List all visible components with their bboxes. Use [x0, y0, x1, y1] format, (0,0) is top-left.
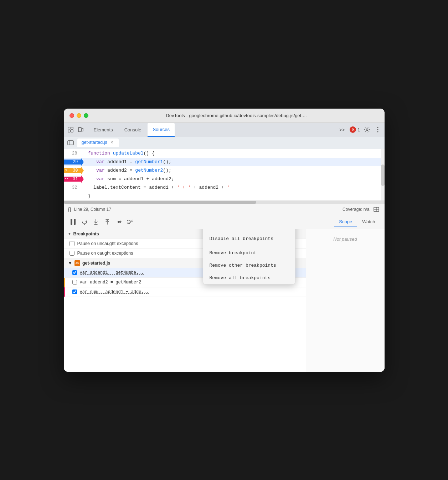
bp-code-3: var sum = addend1 + adde... [80, 289, 149, 294]
code-scrollbar-thumb[interactable] [381, 165, 385, 186]
tab-bar-icons [67, 126, 84, 134]
ctx-divider-3 [203, 246, 295, 246]
inspect-icon[interactable] [67, 126, 74, 134]
code-line-29: 29 var addend1 = getNumber1(); [64, 158, 385, 166]
deactivate-breakpoints-button[interactable] [125, 217, 135, 227]
code-content-31: var sum = addend1 + addend2; [81, 176, 174, 182]
code-line-33: } [64, 192, 385, 200]
line-num-32: 32 [64, 185, 81, 190]
code-editor[interactable]: 28 function updateLabel() { 29 var adden… [64, 149, 385, 201]
file-tab-bar: get-started.js × [64, 137, 385, 149]
step-into-button[interactable] [91, 217, 101, 227]
line-num-28: 28 [64, 151, 81, 156]
svg-rect-1 [71, 127, 73, 129]
line-num-29: 29 [64, 160, 81, 165]
bp-checkbox-1[interactable] [72, 270, 77, 275]
tab-console[interactable]: Console [119, 123, 146, 137]
code-vertical-scrollbar[interactable] [381, 149, 385, 200]
code-content-28: function updateLabel() { [81, 151, 155, 156]
ctx-remove-all[interactable]: Remove all breakpoints [203, 272, 295, 284]
code-content-33: } [81, 193, 91, 199]
svg-rect-4 [78, 127, 81, 132]
horizontal-scrollbar[interactable] [64, 201, 385, 204]
pause-uncaught-checkbox[interactable] [69, 241, 74, 246]
bp-checkbox-2[interactable] [72, 280, 77, 285]
step-out-button[interactable] [102, 217, 112, 227]
file-group-name: get-started.js [82, 261, 110, 266]
status-right: Coverage: n/a [343, 205, 380, 213]
code-line-30: ? 30 var addend2 = getNumber2(); [64, 166, 385, 175]
file-tab-get-started[interactable]: get-started.js × [77, 139, 119, 147]
svg-point-6 [366, 129, 368, 131]
window-title: DevTools - googlechrome.github.io/devtoo… [94, 113, 379, 118]
tab-elements[interactable]: Elements [89, 123, 118, 137]
svg-rect-16 [74, 219, 76, 225]
settings-icon[interactable] [363, 126, 371, 134]
svg-rect-10 [68, 141, 73, 145]
left-panel: ▼ Breakpoints Pause on uncaught exceptio… [64, 229, 306, 372]
error-badge: ✕ [350, 126, 356, 133]
bp-checkbox-3[interactable] [72, 289, 77, 294]
tab-bar-right: >> ✕ 1 [337, 126, 381, 134]
devtools-body: Elements Console Sources >> ✕ 1 [64, 123, 385, 372]
js-file-icon: <> [74, 260, 80, 266]
svg-rect-15 [71, 219, 72, 225]
debug-tabs: Scope Watch [334, 218, 380, 226]
svg-rect-0 [68, 127, 70, 129]
ctx-disable-all[interactable]: Disable all breakpoints [203, 233, 295, 245]
tab-scope[interactable]: Scope [334, 218, 357, 226]
maximize-button[interactable] [84, 113, 88, 118]
bp-bar-pink [64, 287, 65, 297]
format-icon[interactable]: {} [68, 207, 71, 212]
pause-caught-label: Pause on caught exceptions [77, 251, 133, 256]
triangle-icon: ▼ [68, 232, 71, 236]
error-count-wrapper: ✕ 1 [350, 126, 360, 133]
minimize-button[interactable] [77, 113, 81, 118]
code-content-32: label.textContent = addend1 + ' + ' + ad… [81, 185, 230, 190]
sidebar-toggle[interactable] [67, 139, 74, 147]
svg-point-8 [377, 129, 378, 130]
svg-rect-3 [71, 130, 73, 132]
svg-rect-2 [68, 130, 70, 132]
more-tabs[interactable]: >> [337, 126, 347, 133]
step-button[interactable] [114, 217, 124, 227]
tab-sources[interactable]: Sources [148, 123, 175, 137]
pause-resume-button[interactable] [68, 217, 78, 227]
error-count: 1 [357, 127, 360, 132]
pause-uncaught-label: Pause on uncaught exceptions [77, 241, 138, 246]
bp-code-2: var addend2 = getNumber2 [80, 280, 141, 285]
pause-caught-checkbox[interactable] [69, 251, 74, 256]
device-icon[interactable] [77, 126, 84, 134]
line-num-30: ? 30 [64, 168, 81, 173]
code-content-29: var addend1 = getNumber1(); [81, 159, 171, 165]
not-paused-label: Not paused [306, 229, 385, 249]
ctx-enable-all[interactable]: Enable all breakpoints [203, 229, 295, 233]
bp-item-1[interactable]: var addend1 = getNumbe... Reveal locatio… [64, 268, 306, 278]
file-tab-close[interactable]: × [109, 140, 114, 145]
bp-item-3[interactable]: var sum = addend1 + adde... [64, 287, 306, 297]
coverage-icon[interactable] [372, 205, 380, 213]
code-line-32: 32 label.textContent = addend1 + ' + ' +… [64, 183, 385, 192]
svg-point-7 [377, 127, 378, 128]
debug-toolbar: Scope Watch [64, 215, 385, 229]
horizontal-scrollbar-thumb[interactable] [64, 201, 256, 204]
code-line-31: •• 31 var sum = addend1 + addend2; [64, 175, 385, 183]
tab-watch[interactable]: Watch [357, 218, 380, 226]
code-line-28: 28 function updateLabel() { [64, 149, 385, 158]
titlebar: DevTools - googlechrome.github.io/devtoo… [64, 109, 385, 123]
context-menu: Reveal location Edit condition Enable al… [203, 229, 295, 285]
ctx-remove-breakpoint[interactable]: Remove breakpoint [203, 247, 295, 259]
close-button[interactable] [69, 113, 74, 118]
coverage-label: Coverage: n/a [343, 207, 369, 212]
devtools-window: DevTools - googlechrome.github.io/devtoo… [64, 109, 385, 372]
code-content-30: var addend2 = getNumber2(); [81, 168, 171, 173]
traffic-lights [69, 113, 88, 118]
ctx-remove-other[interactable]: Remove other breakpoints [203, 259, 295, 272]
line-num-31: •• 31 [64, 177, 81, 182]
step-over-button[interactable] [79, 217, 89, 227]
svg-point-22 [118, 221, 120, 223]
status-left: {} Line 29, Column 17 [68, 207, 111, 212]
status-bar: {} Line 29, Column 17 Coverage: n/a [64, 204, 385, 215]
more-icon[interactable] [374, 126, 382, 134]
file-triangle-icon: ▼ [68, 261, 72, 266]
